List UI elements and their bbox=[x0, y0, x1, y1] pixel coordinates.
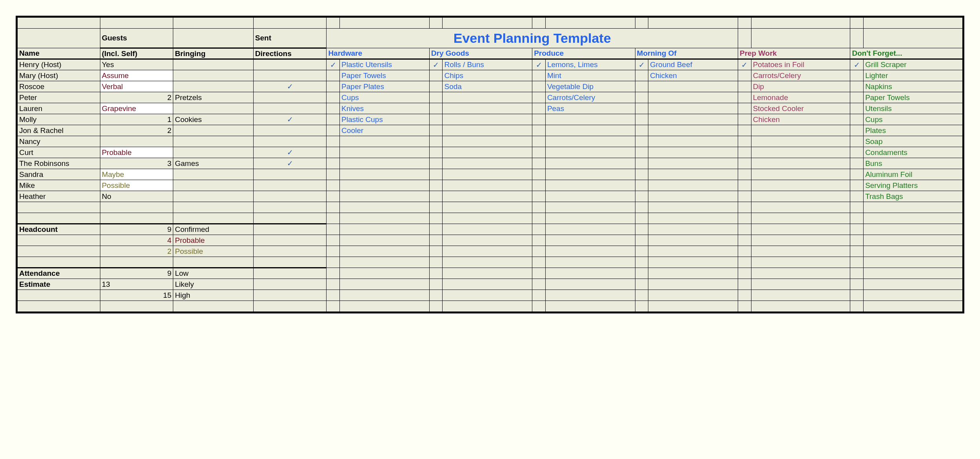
cell[interactable]: 3 bbox=[100, 158, 173, 169]
cell[interactable] bbox=[443, 235, 532, 246]
cell[interactable]: Sent bbox=[253, 29, 327, 48]
cell[interactable]: Mary (Host) bbox=[18, 70, 100, 81]
cell[interactable] bbox=[864, 246, 963, 257]
cell[interactable] bbox=[443, 191, 532, 202]
cell[interactable] bbox=[253, 169, 327, 180]
cell[interactable] bbox=[443, 257, 532, 268]
cell[interactable] bbox=[850, 125, 864, 136]
cell[interactable] bbox=[173, 18, 254, 29]
cell[interactable] bbox=[738, 70, 751, 81]
cell[interactable]: Trash Bags bbox=[864, 191, 963, 202]
cell[interactable] bbox=[18, 301, 100, 312]
cell[interactable] bbox=[864, 290, 963, 301]
cell[interactable]: Henry (Host) bbox=[18, 59, 100, 70]
cell[interactable] bbox=[532, 268, 546, 279]
cell[interactable] bbox=[545, 235, 635, 246]
cell[interactable] bbox=[253, 70, 327, 81]
cell[interactable] bbox=[532, 290, 546, 301]
cell[interactable] bbox=[429, 169, 443, 180]
cell[interactable] bbox=[443, 125, 532, 136]
cell[interactable]: ✓ bbox=[253, 114, 327, 125]
cell[interactable] bbox=[648, 114, 738, 125]
cell[interactable] bbox=[340, 257, 430, 268]
cell[interactable] bbox=[532, 235, 546, 246]
cell[interactable] bbox=[864, 18, 963, 29]
cell[interactable] bbox=[850, 92, 864, 103]
cell[interactable] bbox=[253, 191, 327, 202]
cell[interactable]: 4 bbox=[100, 235, 173, 246]
cell[interactable] bbox=[738, 290, 751, 301]
cell[interactable] bbox=[850, 180, 864, 191]
cell[interactable] bbox=[532, 18, 546, 29]
cell[interactable] bbox=[738, 279, 751, 290]
cell[interactable] bbox=[850, 279, 864, 290]
cell[interactable]: Confirmed bbox=[173, 224, 254, 235]
cell[interactable] bbox=[864, 301, 963, 312]
cell[interactable] bbox=[327, 224, 340, 235]
cell[interactable] bbox=[751, 224, 850, 235]
cell[interactable] bbox=[648, 92, 738, 103]
cell[interactable] bbox=[635, 136, 648, 147]
cell[interactable] bbox=[850, 81, 864, 92]
cell[interactable] bbox=[100, 301, 173, 312]
cell[interactable] bbox=[340, 147, 430, 158]
cell[interactable]: Paper Plates bbox=[340, 81, 430, 92]
cell[interactable] bbox=[532, 213, 546, 224]
cell[interactable] bbox=[738, 92, 751, 103]
cell[interactable]: Sandra bbox=[18, 169, 100, 180]
cell[interactable]: Utensils bbox=[864, 103, 963, 114]
cell[interactable] bbox=[429, 103, 443, 114]
cell[interactable] bbox=[635, 125, 648, 136]
cell[interactable] bbox=[173, 59, 254, 70]
cell[interactable] bbox=[532, 180, 546, 191]
cell[interactable]: Plastic Utensils bbox=[340, 59, 430, 70]
cell[interactable] bbox=[648, 279, 738, 290]
cell[interactable] bbox=[429, 147, 443, 158]
cell[interactable] bbox=[648, 147, 738, 158]
cell[interactable] bbox=[429, 70, 443, 81]
cell[interactable] bbox=[173, 103, 254, 114]
cell[interactable] bbox=[648, 257, 738, 268]
cell[interactable] bbox=[751, 147, 850, 158]
cell[interactable] bbox=[340, 191, 430, 202]
cell[interactable] bbox=[850, 114, 864, 125]
cell[interactable] bbox=[738, 147, 751, 158]
cell[interactable] bbox=[532, 136, 546, 147]
cell[interactable]: Rolls / Buns bbox=[443, 59, 532, 70]
cell[interactable] bbox=[738, 191, 751, 202]
cell[interactable] bbox=[751, 279, 850, 290]
cell[interactable] bbox=[738, 136, 751, 147]
cell[interactable] bbox=[327, 70, 340, 81]
cell[interactable] bbox=[751, 180, 850, 191]
cell[interactable]: ✓ bbox=[635, 59, 648, 70]
cell[interactable] bbox=[253, 279, 327, 290]
cell[interactable]: 15 bbox=[100, 290, 173, 301]
cell[interactable] bbox=[751, 29, 850, 48]
cell[interactable] bbox=[532, 114, 546, 125]
cell[interactable] bbox=[532, 301, 546, 312]
cell[interactable]: Pretzels bbox=[173, 92, 254, 103]
cell[interactable] bbox=[429, 213, 443, 224]
cell[interactable]: Prep Work bbox=[738, 48, 850, 59]
cell[interactable] bbox=[635, 235, 648, 246]
cell[interactable] bbox=[635, 81, 648, 92]
cell[interactable] bbox=[751, 290, 850, 301]
cell[interactable] bbox=[340, 224, 430, 235]
cell[interactable] bbox=[648, 103, 738, 114]
cell[interactable]: Mint bbox=[545, 70, 635, 81]
cell[interactable] bbox=[340, 235, 430, 246]
cell[interactable] bbox=[429, 191, 443, 202]
cell[interactable] bbox=[253, 180, 327, 191]
cell[interactable] bbox=[443, 92, 532, 103]
cell[interactable] bbox=[173, 257, 254, 268]
cell[interactable] bbox=[253, 257, 327, 268]
cell[interactable] bbox=[532, 147, 546, 158]
cell[interactable] bbox=[100, 18, 173, 29]
cell[interactable] bbox=[327, 81, 340, 92]
cell[interactable]: 9 bbox=[100, 268, 173, 279]
cell[interactable]: Heather bbox=[18, 191, 100, 202]
cell[interactable] bbox=[648, 125, 738, 136]
cell[interactable] bbox=[545, 224, 635, 235]
cell[interactable] bbox=[532, 224, 546, 235]
cell[interactable]: ✓ bbox=[532, 59, 546, 70]
